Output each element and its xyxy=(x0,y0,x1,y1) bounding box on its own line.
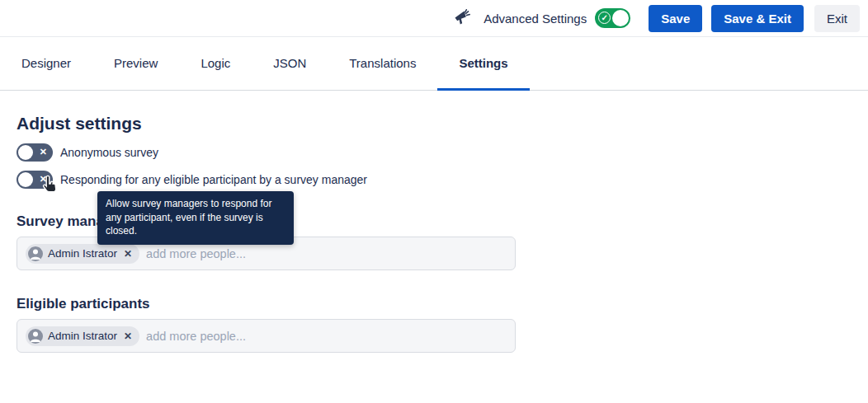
top-toolbar: Advanced Settings ✓ Save Save & Exit Exi… xyxy=(0,0,868,37)
add-people-input[interactable] xyxy=(146,330,507,343)
person-icon xyxy=(28,246,43,261)
advanced-settings-label: Advanced Settings xyxy=(484,12,587,26)
toggle-tooltip: Allow survey managers to respond for any… xyxy=(97,191,294,245)
exit-button[interactable]: Exit xyxy=(814,5,860,32)
respond-for-participant-row: ✕ Responding for any eligible participan… xyxy=(17,170,868,189)
add-people-input[interactable] xyxy=(146,247,507,260)
anonymous-survey-label: Anonymous survey xyxy=(60,146,158,159)
close-icon: ✕ xyxy=(40,171,47,189)
tab-preview[interactable]: Preview xyxy=(92,37,179,91)
person-tag-label: Admin Istrator xyxy=(48,330,117,342)
remove-person-icon[interactable]: ✕ xyxy=(124,249,132,259)
advanced-settings-toggle[interactable]: ✓ xyxy=(595,8,630,28)
tab-designer[interactable]: Designer xyxy=(0,37,92,91)
anonymous-survey-toggle[interactable]: ✕ xyxy=(17,143,53,162)
anonymous-survey-row: ✕ Anonymous survey xyxy=(17,143,868,162)
person-tag: Admin Istrator ✕ xyxy=(26,326,139,346)
save-and-exit-button[interactable]: Save & Exit xyxy=(711,5,804,32)
person-icon xyxy=(28,329,43,344)
tab-settings[interactable]: Settings xyxy=(437,37,529,91)
save-button[interactable]: Save xyxy=(649,5,702,32)
respond-for-participant-label: Responding for any eligible participant … xyxy=(60,173,367,186)
page-title: Adjust settings xyxy=(17,114,868,134)
eligible-participants-heading: Eligible participants xyxy=(17,296,868,312)
toggle-knob xyxy=(612,10,629,26)
tab-bar: Designer Preview Logic JSON Translations… xyxy=(0,37,868,91)
respond-for-participant-toggle[interactable]: ✕ xyxy=(17,171,53,189)
toggle-knob xyxy=(18,145,33,160)
eligible-participants-input[interactable]: Admin Istrator ✕ xyxy=(17,319,516,353)
remove-person-icon[interactable]: ✕ xyxy=(124,331,132,341)
tab-json[interactable]: JSON xyxy=(252,37,328,91)
megaphone-icon xyxy=(451,7,472,29)
person-tag-label: Admin Istrator xyxy=(48,247,117,260)
toggle-knob xyxy=(18,172,33,187)
check-icon: ✓ xyxy=(598,12,611,24)
person-tag: Admin Istrator ✕ xyxy=(26,244,139,264)
close-icon: ✕ xyxy=(40,143,47,162)
tab-logic[interactable]: Logic xyxy=(179,37,252,91)
tab-translations[interactable]: Translations xyxy=(328,37,437,91)
